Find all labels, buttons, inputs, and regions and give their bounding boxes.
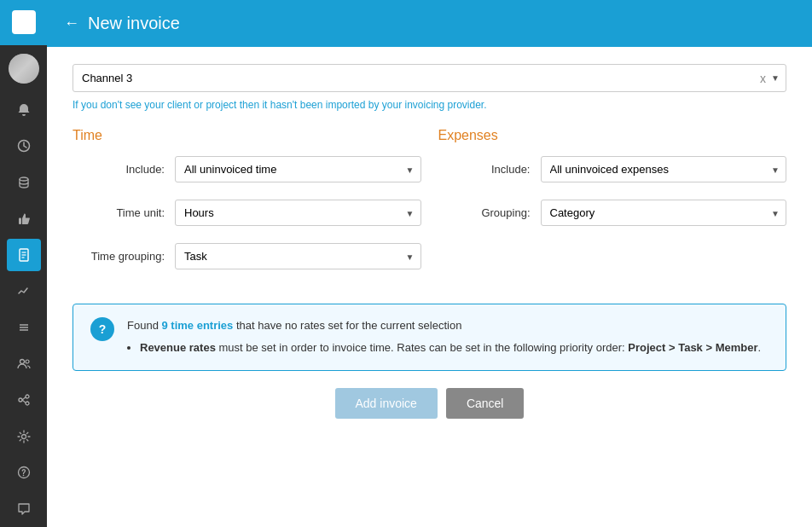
info-box: ? Found 9 time entries that have no rate… [72,304,786,371]
expenses-grouping-row: Grouping: Category None ▼ [438,200,787,226]
time-section-title: Time [72,128,421,143]
time-unit-row: Time unit: Hours Days ▼ [72,200,421,226]
sidebar-item-invoices[interactable] [7,239,41,272]
sidebar-item-data[interactable] [7,166,41,200]
svg-rect-1 [25,15,31,21]
expenses-grouping-select[interactable]: Category None [541,200,787,226]
expenses-grouping-select-container: Category None ▼ [541,200,787,226]
time-grouping-row: Time grouping: Task Member Project None … [72,243,421,269]
page-header: ← New invoice [47,0,812,47]
add-invoice-button[interactable]: Add invoice [335,388,438,419]
info-message-before: Found [127,319,161,332]
sidebar-item-list[interactable] [7,311,41,345]
expenses-include-select-container: All uninvoiced expenses Date range ▼ [541,156,787,182]
time-include-row: Include: All uninvoiced time Date range … [72,156,421,182]
svg-point-21 [21,434,26,438]
page-content: x ▼ If you don't see your client or proj… [47,47,812,527]
sidebar-item-integrations[interactable] [7,384,41,417]
time-include-select-container: All uninvoiced time Date range ▼ [175,156,421,182]
svg-point-15 [26,360,29,363]
clear-icon[interactable]: x [760,72,766,85]
dropdown-arrow-icon[interactable]: ▼ [771,73,780,83]
expenses-section-title: Expenses [438,128,787,143]
svg-point-18 [26,402,29,405]
sidebar-item-time[interactable] [7,130,41,163]
logo-icon [12,10,36,34]
info-content: Found 9 time entries that have no rates … [127,317,768,357]
time-unit-select[interactable]: Hours Days [175,200,421,226]
svg-rect-0 [17,15,23,21]
page-title: New invoice [88,14,180,33]
expenses-section: Expenses Include: All uninvoiced expense… [438,128,787,287]
time-section: Time Include: All uninvoiced time Date r… [72,128,421,287]
info-bullet: Revenue rates must be set in order to in… [140,339,768,357]
info-count: 9 time entries [161,319,233,332]
time-unit-select-container: Hours Days ▼ [175,200,421,226]
svg-point-23 [22,475,24,477]
sidebar-logo [0,0,47,45]
form-sections: Time Include: All uninvoiced time Date r… [72,128,786,287]
svg-rect-3 [25,23,31,29]
sidebar-item-help[interactable] [7,456,41,489]
time-include-select[interactable]: All uninvoiced time Date range [175,156,421,182]
expenses-include-row: Include: All uninvoiced expenses Date ra… [438,156,787,182]
svg-point-5 [20,177,28,181]
sidebar-item-analytics[interactable] [7,275,41,308]
sidebar [0,0,47,527]
sidebar-item-notifications[interactable] [7,94,41,127]
helper-text: If you don't see your client or project … [72,99,786,111]
svg-line-20 [22,400,26,402]
form-buttons: Add invoice Cancel [72,388,786,419]
svg-rect-6 [19,217,21,224]
back-button[interactable]: ← [64,14,79,32]
main-content: ← New invoice x ▼ If you don't see your … [47,0,812,527]
svg-rect-2 [17,23,23,29]
info-icon: ? [90,317,114,341]
svg-point-14 [20,359,24,363]
svg-line-19 [22,397,26,400]
time-grouping-label: Time grouping: [72,250,175,263]
time-unit-label: Time unit: [72,206,175,219]
expenses-grouping-label: Grouping: [438,206,541,219]
client-select-container: x ▼ [72,64,786,92]
sidebar-item-team[interactable] [7,347,41,380]
client-select-controls: x ▼ [760,72,780,85]
time-grouping-select-container: Task Member Project None ▼ [175,243,421,269]
sidebar-item-thumbsup[interactable] [7,202,41,235]
sidebar-item-chat[interactable] [7,493,41,526]
info-message-after: that have no rates set for the current s… [233,319,461,332]
avatar[interactable] [9,54,39,84]
svg-point-16 [19,398,22,402]
svg-point-17 [26,395,29,398]
client-project-input[interactable] [72,64,786,92]
sidebar-item-settings[interactable] [7,420,41,453]
expenses-include-label: Include: [438,163,541,176]
time-grouping-select[interactable]: Task Member Project None [175,243,421,269]
time-include-label: Include: [72,163,175,176]
expenses-include-select[interactable]: All uninvoiced expenses Date range [541,156,787,182]
cancel-button[interactable]: Cancel [446,388,525,419]
